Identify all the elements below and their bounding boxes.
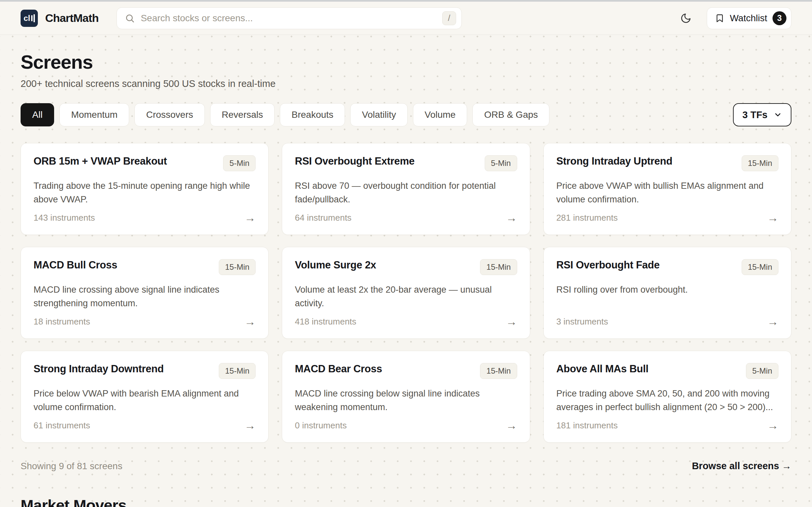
screen-card-description: Trading above the 15-minute opening rang… — [34, 179, 256, 206]
brand-logo: cl — [20, 10, 38, 27]
app-header: cl ChartMath / Watchlist 3 — [0, 2, 812, 35]
filter-chip-volatility[interactable]: Volatility — [350, 103, 408, 126]
instrument-count: 3 instruments — [556, 317, 608, 327]
bookmark-icon — [715, 14, 724, 23]
watchlist-label: Watchlist — [730, 13, 767, 23]
arrow-right-icon[interactable]: → — [767, 420, 778, 431]
arrow-right-icon[interactable]: → — [506, 316, 517, 327]
arrow-right-icon[interactable]: → — [767, 316, 778, 327]
brand[interactable]: cl ChartMath — [20, 10, 99, 27]
chevron-down-icon — [773, 111, 782, 119]
instrument-count: 143 instruments — [34, 213, 95, 223]
filter-chip-row: All Momentum Crossovers Reversals Breako… — [20, 103, 792, 126]
screen-card-description: MACD line crossing above signal line ind… — [34, 283, 256, 310]
brand-name: ChartMath — [45, 12, 99, 24]
filter-chip-momentum[interactable]: Momentum — [59, 103, 129, 126]
timeframe-badge: 5-Min — [746, 363, 778, 379]
screen-card-description: Price above VWAP with bullish EMAs align… — [556, 179, 778, 206]
screen-card-description: RSI rolling over from overbought. — [556, 283, 778, 297]
screen-card[interactable]: RSI Overbought Fade 15-Min RSI rolling o… — [543, 247, 792, 339]
arrow-right-icon[interactable]: → — [244, 212, 256, 223]
timeframe-badge: 15-Min — [480, 363, 517, 379]
screen-card-title: MACD Bear Cross — [295, 363, 382, 375]
arrow-right-icon[interactable]: → — [506, 420, 517, 431]
arrow-right-icon[interactable]: → — [244, 316, 256, 327]
moon-icon — [680, 13, 692, 24]
filter-chip-orb-gaps[interactable]: ORB & Gaps — [472, 103, 549, 126]
screen-card-description: Volume at least 2x the 20-bar average — … — [295, 283, 517, 310]
timeframe-badge: 5-Min — [485, 155, 517, 171]
browse-all-screens-link[interactable]: Browse all screens → — [692, 460, 792, 471]
instrument-count: 64 instruments — [295, 213, 351, 223]
list-footer: Showing 9 of 81 screens Browse all scree… — [20, 460, 792, 471]
screen-card-title: Strong Intraday Downtrend — [34, 363, 164, 375]
screen-card-title: Volume Surge 2x — [295, 259, 376, 271]
instrument-count: 181 instruments — [556, 420, 618, 431]
watchlist-button[interactable]: Watchlist 3 — [707, 7, 792, 29]
instrument-count: 418 instruments — [295, 317, 356, 327]
search-icon — [125, 13, 135, 23]
screens-page: Screens 200+ technical screens scanning … — [0, 51, 812, 507]
timeframe-badge: 15-Min — [480, 259, 517, 275]
watchlist-count-badge: 3 — [772, 11, 787, 25]
screen-card-title: RSI Overbought Extreme — [295, 155, 414, 167]
screen-card-title: ORB 15m + VWAP Breakout — [34, 155, 167, 167]
screen-card[interactable]: Above All MAs Bull 5-Min Price trading a… — [543, 351, 792, 443]
header-actions: Watchlist 3 — [680, 7, 792, 29]
slash-shortcut-key: / — [442, 11, 456, 25]
results-summary: Showing 9 of 81 screens — [20, 461, 122, 471]
instrument-count: 61 instruments — [34, 420, 90, 431]
arrow-right-icon[interactable]: → — [767, 212, 778, 223]
arrow-right-icon[interactable]: → — [506, 212, 517, 223]
screen-card-title: MACD Bull Cross — [34, 259, 117, 271]
filter-chip-volume[interactable]: Volume — [413, 103, 467, 126]
filter-chip-all[interactable]: All — [20, 103, 54, 126]
screen-card[interactable]: Strong Intraday Uptrend 15-Min Price abo… — [543, 143, 792, 235]
search-bar[interactable]: / — [116, 7, 462, 29]
screen-card-description: RSI above 70 — overbought condition for … — [295, 179, 517, 206]
screen-card-grid: ORB 15m + VWAP Breakout 5-Min Trading ab… — [20, 143, 792, 443]
timeframe-badge: 15-Min — [742, 155, 778, 171]
screen-card-description: Price below VWAP with bearish EMA alignm… — [34, 387, 256, 414]
logo-glyph: cl — [23, 14, 30, 22]
logo-candle-bar — [34, 14, 35, 22]
screen-card-title: Above All MAs Bull — [556, 363, 649, 375]
timeframe-badge: 15-Min — [219, 259, 256, 275]
instrument-count: 0 instruments — [295, 420, 346, 431]
filter-chip-reversals[interactable]: Reversals — [210, 103, 275, 126]
instrument-count: 281 instruments — [556, 213, 618, 223]
screen-card[interactable]: RSI Overbought Extreme 5-Min RSI above 7… — [282, 143, 530, 235]
timeframes-dropdown[interactable]: 3 TFs — [733, 103, 792, 126]
screen-card-title: RSI Overbought Fade — [556, 259, 660, 271]
screen-card[interactable]: MACD Bull Cross 15-Min MACD line crossin… — [20, 247, 269, 339]
filter-chip-breakouts[interactable]: Breakouts — [280, 103, 345, 126]
screen-card[interactable]: Strong Intraday Downtrend 15-Min Price b… — [20, 351, 269, 443]
screen-card-description: MACD line crossing below signal line ind… — [295, 387, 517, 414]
timeframe-badge: 15-Min — [742, 259, 778, 275]
logo-candle-bar — [31, 15, 33, 21]
arrow-right-icon[interactable]: → — [244, 420, 256, 431]
timeframes-dropdown-label: 3 TFs — [742, 110, 767, 120]
screen-card-description: Price trading above SMA 20, 50, and 200 … — [556, 387, 778, 414]
screen-card[interactable]: Volume Surge 2x 15-Min Volume at least 2… — [282, 247, 530, 339]
next-section-title: Market Movers — [20, 496, 792, 507]
theme-toggle-button[interactable] — [680, 13, 692, 24]
instrument-count: 18 instruments — [34, 317, 90, 327]
timeframe-badge: 15-Min — [219, 363, 256, 379]
screen-card[interactable]: ORB 15m + VWAP Breakout 5-Min Trading ab… — [20, 143, 269, 235]
screen-card[interactable]: MACD Bear Cross 15-Min MACD line crossin… — [282, 351, 530, 443]
filter-chip-crossovers[interactable]: Crossovers — [134, 103, 205, 126]
page-title: Screens — [20, 51, 792, 73]
screen-card-title: Strong Intraday Uptrend — [556, 155, 672, 167]
page-subtitle: 200+ technical screens scanning 500 US s… — [20, 78, 792, 89]
search-input[interactable] — [141, 13, 436, 23]
timeframe-badge: 5-Min — [223, 155, 256, 171]
